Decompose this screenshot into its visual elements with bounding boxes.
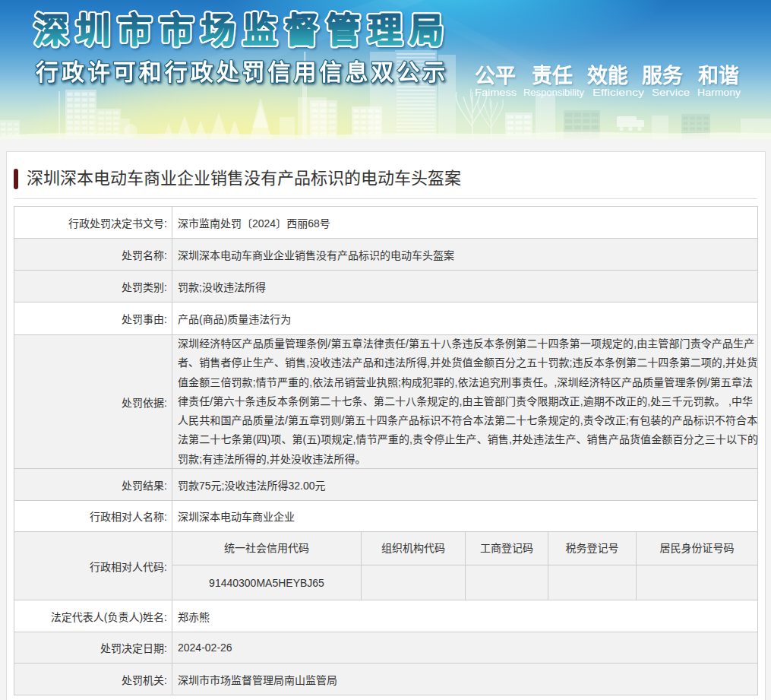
svg-text:和谐: 和谐 [698, 65, 739, 87]
svg-text:Efficiency: Efficiency [592, 87, 644, 98]
svg-text:Service: Service [652, 87, 690, 98]
svg-text:行政许可和行政处罚信用信息双公示: 行政许可和行政处罚信用信息双公示 [35, 59, 448, 84]
svg-text:效能: 效能 [587, 64, 628, 87]
svg-text:Faimess: Faimess [475, 87, 517, 98]
svg-text:服务: 服务 [642, 65, 683, 87]
svg-text:责任: 责任 [532, 65, 573, 87]
svg-text:Harmony: Harmony [697, 87, 741, 98]
svg-text:深圳市市场监督管理局: 深圳市市场监督管理局 [34, 11, 451, 50]
svg-text:公平: 公平 [475, 65, 516, 87]
svg-text:Responsibility: Responsibility [523, 87, 584, 98]
